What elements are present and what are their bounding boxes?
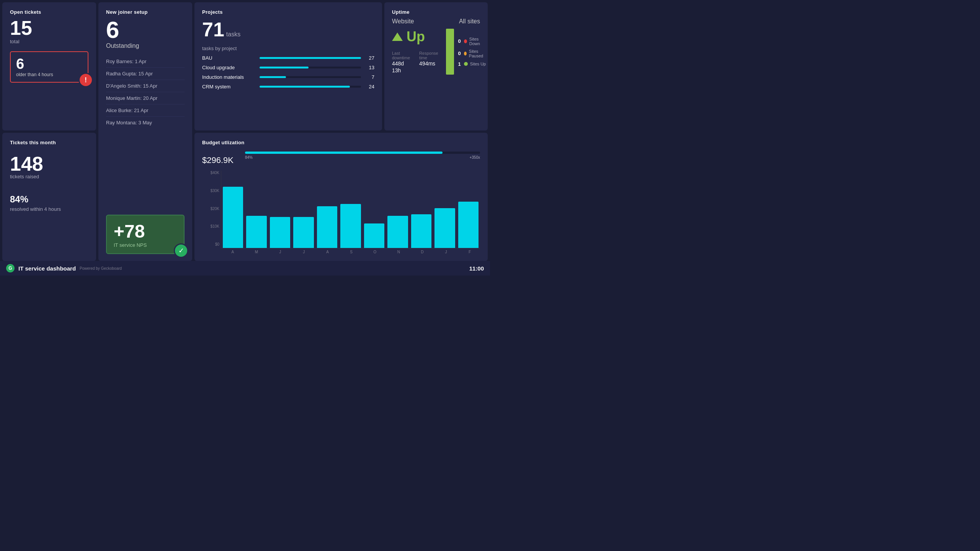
footer-powered: Powered by Geckoboard [80, 266, 122, 271]
sites-down-count: 0 [458, 38, 461, 44]
tickets-month-card: Tickets this month 148 tickets raised 84… [2, 133, 96, 261]
uptime-last-downtime-value: 448d 13h [392, 60, 404, 73]
nps-label: IT service NPS [114, 242, 177, 248]
chart-bar [270, 217, 290, 248]
chart-bar-col [293, 217, 314, 248]
new-joiner-count: 6 [106, 18, 185, 42]
project-bar [260, 76, 286, 78]
uptime-all-sites: All sites [459, 18, 480, 25]
project-name: CRM system [202, 84, 256, 90]
chart-xlabel-item: O [364, 248, 385, 254]
project-bar-wrap [260, 86, 361, 88]
chart-xlabel-item: J [270, 248, 291, 254]
tickets-percent-label: resolved within 4 hours [10, 206, 88, 212]
footer-time: 11:00 [469, 265, 484, 272]
uptime-last-downtime: Last downtime 448d 13h [392, 51, 410, 74]
legend-sites-paused: 0 Sites Paused [458, 49, 487, 58]
chart-bar-col [317, 206, 337, 248]
nps-number: +78 [114, 222, 177, 241]
project-bar-wrap [260, 76, 361, 78]
chart-bar [317, 206, 337, 248]
chart-xlabel-item: D [412, 248, 433, 254]
sites-down-label: Sites Down [469, 37, 487, 46]
new-joiner-title: New joiner setup [106, 9, 185, 15]
projects-total: 71 [202, 18, 224, 41]
nps-card: +78 IT service NPS ✓ [106, 215, 185, 254]
project-row: Cloud upgrade 13 [202, 65, 374, 70]
chart-xlabel-item: S [341, 248, 362, 254]
list-item: Ray Montana: 3 May [106, 117, 185, 129]
geckoboard-logo: G [6, 264, 15, 272]
project-bar-wrap [260, 67, 361, 68]
uptime-response-time-value: 494ms [419, 60, 435, 67]
tickets-count-section: 148 tickets raised [10, 154, 88, 183]
new-joiner-card: New joiner setup 6 Outstanding Roy Barne… [98, 2, 192, 261]
project-bar [260, 57, 361, 59]
uptime-site: Website [392, 18, 414, 25]
chart-xlabels: AMJJASONDJF [221, 248, 480, 254]
new-joiner-list: Roy Barnes: 1 AprRadha Gupta: 15 AprD'An… [106, 55, 185, 210]
uptime-chart: 0 Sites Down 0 Sites Paused 1 Sites Up [446, 29, 487, 75]
chart-yaxis: $40K$30K$20K$10K$0 [202, 171, 219, 254]
projects-title: Projects [202, 9, 374, 15]
chart-bars [221, 171, 480, 248]
chart-xlabel-item: A [222, 248, 243, 254]
chart-ylabel: $20K [211, 207, 219, 211]
check-icon: ✓ [174, 243, 188, 258]
chart-bar-col [364, 223, 384, 248]
project-count: 24 [365, 84, 374, 90]
project-count: 27 [365, 55, 374, 61]
chart-bar [411, 214, 431, 248]
projects-tasks-label: tasks [226, 31, 240, 38]
project-name: Cloud upgrade [202, 65, 256, 70]
footer: G IT service dashboard Powered by Geckob… [0, 261, 490, 276]
list-item: Alice Burke: 21 Apr [106, 104, 185, 117]
uptime-title: Uptime [392, 9, 480, 15]
project-name: BAU [202, 55, 256, 61]
open-tickets-card: Open tickets 15 total 6 older than 4 hou… [2, 2, 96, 130]
project-row: BAU 27 [202, 55, 374, 61]
sites-up-dot [464, 62, 468, 66]
chart-xlabel-item: J [294, 248, 314, 254]
open-tickets-total: 15 [10, 18, 88, 38]
tickets-percent-value: 84 [10, 194, 20, 204]
project-bar-wrap [260, 57, 361, 59]
list-item: Roy Barnes: 1 Apr [106, 55, 185, 68]
chart-bar-col [387, 216, 408, 248]
project-count: 7 [365, 74, 374, 80]
tickets-count-label: tickets raised [10, 174, 88, 179]
uptime-status-section: Up Last downtime 448d 13h Response time … [392, 29, 438, 74]
open-tickets-title: Open tickets [10, 9, 88, 15]
open-tickets-total-label: total [10, 39, 88, 44]
budget-amount-value: $296.9 [202, 155, 228, 165]
budget-chart: $40K$30K$20K$10K$0 AMJJASONDJF [202, 171, 480, 254]
chart-bar [387, 216, 408, 248]
list-item: Radha Gupta: 15 Apr [106, 68, 185, 80]
project-row: CRM system 24 [202, 84, 374, 90]
tickets-count: 148 [10, 154, 88, 174]
uptime-legend: 0 Sites Down 0 Sites Paused 1 Sites Up [458, 37, 487, 67]
project-bar [260, 86, 350, 88]
chart-bar-col [340, 204, 361, 248]
budget-progress-wrap [245, 152, 480, 154]
uptime-bar [446, 29, 454, 75]
chart-bar-col [434, 208, 455, 248]
chart-bar-col [223, 187, 243, 248]
project-row: Induction materials 7 [202, 74, 374, 80]
project-bar [260, 67, 309, 68]
chart-xlabel-item: N [388, 248, 409, 254]
sites-paused-label: Sites Paused [469, 49, 487, 58]
legend-sites-down: 0 Sites Down [458, 37, 487, 46]
budget-labels: 84% +350x [245, 155, 480, 160]
new-joiner-outstanding-label: Outstanding [106, 42, 185, 49]
chart-ylabel: $30K [211, 189, 219, 193]
tickets-percent: 84% [10, 188, 88, 206]
chart-bar-col [246, 216, 266, 248]
budget-label-max: +350x [469, 155, 480, 160]
project-count: 13 [365, 65, 374, 70]
chart-bar [434, 208, 455, 248]
chart-bar [340, 204, 361, 248]
chart-xlabel-item: M [246, 248, 267, 254]
projects-card: Projects 71 tasks tasks by project BAU 2… [194, 2, 382, 130]
budget-label-pct: 84% [245, 155, 253, 160]
